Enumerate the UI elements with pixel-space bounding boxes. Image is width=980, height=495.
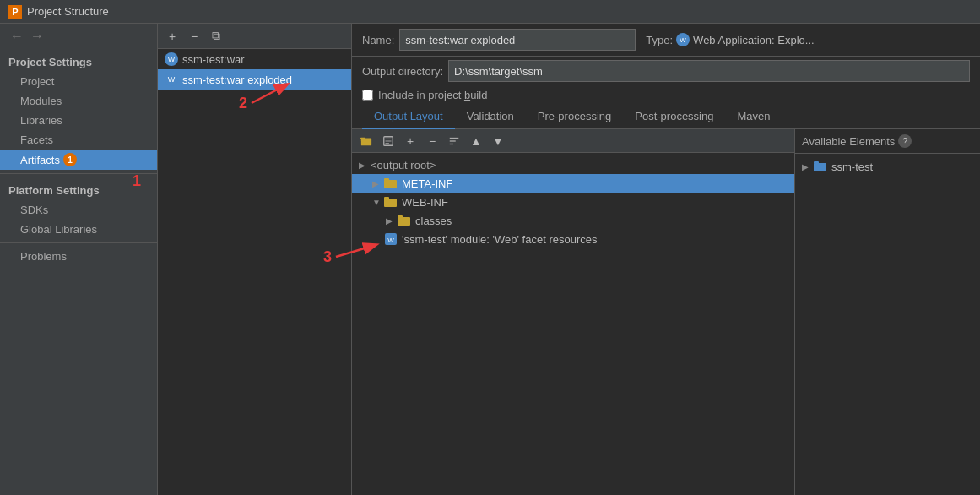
avail-item-ssm-test[interactable]: ▶ ssm-test — [795, 157, 980, 176]
output-dir-input[interactable] — [448, 60, 970, 82]
tab-pre-processing[interactable]: Pre-processing — [526, 105, 623, 129]
output-dir-row: Output directory: — [352, 57, 980, 85]
output-dir-label: Output directory: — [362, 65, 443, 78]
artifact-item-ssm-war[interactable]: W ssm-test:war — [158, 49, 351, 69]
remove-artifact-button[interactable]: − — [185, 27, 203, 46]
sidebar-divider — [0, 173, 157, 174]
sidebar-item-modules[interactable]: Modules — [0, 91, 157, 111]
artifact-item-label: ssm-test:war — [182, 53, 245, 66]
avail-arrow-ssm: ▶ — [802, 162, 814, 171]
sidebar-item-global-libraries[interactable]: Global Libraries — [0, 220, 157, 239]
sidebar-item-libraries[interactable]: Libraries — [0, 111, 157, 130]
sidebar-item-problems[interactable]: Problems — [0, 247, 157, 266]
folder-icon-meta-inf — [384, 177, 398, 190]
available-header-label: Available Elements — [802, 135, 895, 148]
web-inf-label: WEB-INF — [402, 196, 448, 209]
sidebar-item-label: Global Libraries — [20, 223, 97, 236]
tab-output-layout[interactable]: Output Layout — [362, 105, 455, 129]
module-folder-icon — [814, 160, 827, 173]
artifact-item-ssm-war-exploded[interactable]: W ssm-test:war exploded — [158, 69, 351, 90]
sidebar-item-label: Libraries — [20, 114, 62, 127]
move-up-button[interactable]: ▲ — [467, 132, 485, 150]
artifact-badge: 1 — [63, 153, 77, 166]
svg-rect-11 — [384, 178, 389, 181]
type-value: Web Application: Explo... — [693, 34, 815, 46]
tree-item-classes[interactable]: ▶ classes — [352, 211, 794, 230]
svg-rect-18 — [814, 163, 826, 171]
sidebar-item-label: Artifacts — [20, 154, 60, 166]
main-layout: ← → Project Settings Project Modules Lib… — [0, 24, 980, 495]
svg-rect-13 — [384, 197, 389, 199]
available-header: Available Elements ? — [795, 129, 980, 154]
tree-item-ssm-module[interactable]: W 'ssm-test' module: 'Web' facet resourc… — [352, 230, 794, 248]
include-build-checkbox[interactable] — [362, 90, 373, 101]
copy-artifact-button[interactable]: ⧉ — [207, 27, 225, 46]
folder-icon-classes — [398, 214, 411, 227]
avail-item-label: ssm-test — [831, 160, 873, 173]
tab-validation[interactable]: Validation — [455, 105, 526, 129]
svg-rect-10 — [384, 180, 397, 188]
type-label: Type: — [646, 34, 673, 46]
sidebar: ← → Project Settings Project Modules Lib… — [0, 24, 158, 495]
include-build-row: Include in project build — [352, 85, 980, 105]
tree-arrow-meta-inf: ▶ — [372, 179, 384, 188]
artifact-list: W ssm-test:war W ssm-test:war exploded — [158, 49, 351, 495]
tab-post-processing[interactable]: Post-processing — [623, 105, 725, 129]
artifact-item-label: ssm-test:war exploded — [182, 73, 292, 86]
tree-item-web-inf[interactable]: ▼ WEB-INF — [352, 193, 794, 211]
sidebar-item-label: Project — [20, 75, 54, 88]
output-tree: + − ▲ ▼ ▶ <output root> — [352, 129, 794, 495]
help-icon: ? — [898, 134, 912, 148]
sort-button[interactable] — [445, 132, 463, 150]
add-artifact-button[interactable]: + — [163, 27, 181, 46]
sidebar-item-artifacts[interactable]: Artifacts 1 — [0, 150, 157, 170]
svg-text:W: W — [387, 237, 394, 244]
type-field: Type: W Web Application: Explo... — [646, 33, 814, 46]
right-panel: Name: Type: W Web Application: Explo... … — [352, 24, 980, 495]
artifact-toolbar: + − ⧉ — [158, 24, 351, 49]
sidebar-item-project[interactable]: Project — [0, 72, 157, 91]
back-button[interactable]: ← — [8, 27, 25, 46]
tabs-bar: Output Layout Validation Pre-processing … — [352, 105, 980, 129]
project-settings-header: Project Settings — [0, 49, 157, 72]
name-label: Name: — [362, 34, 394, 46]
sidebar-item-label: Facets — [20, 133, 53, 146]
properties-button[interactable] — [379, 132, 398, 150]
forward-button[interactable]: → — [29, 27, 46, 46]
tree-item-meta-inf[interactable]: ▶ META-INF — [352, 174, 794, 193]
output-tree-toolbar: + − ▲ ▼ — [352, 129, 794, 153]
name-input[interactable] — [399, 29, 636, 51]
ssm-module-label: 'ssm-test' module: 'Web' facet resources — [402, 233, 598, 246]
svg-rect-15 — [398, 215, 403, 218]
meta-inf-label: META-INF — [402, 177, 452, 190]
output-tree-content: ▶ <output root> ▶ META-INF — [352, 153, 794, 495]
app-icon: P — [8, 5, 22, 19]
tree-arrow-web-inf: ▼ — [372, 198, 384, 207]
tree-item-output-root[interactable]: ▶ <output root> — [352, 156, 794, 174]
sidebar-item-label: Modules — [20, 95, 62, 107]
module-icon: W — [384, 232, 398, 246]
artifact-panel: + − ⧉ W ssm-test:war W ssm-test:war expl… — [158, 24, 352, 495]
platform-settings-header: Platform Settings — [0, 177, 157, 200]
include-build-label: Include in project build — [378, 89, 487, 101]
svg-rect-2 — [360, 137, 365, 139]
svg-rect-19 — [814, 161, 819, 164]
sidebar-divider-2 — [0, 242, 157, 243]
sidebar-item-sdks[interactable]: SDKs — [0, 200, 157, 220]
type-icon: W — [676, 33, 690, 46]
sidebar-item-facets[interactable]: Facets — [0, 130, 157, 150]
artifact-icon: W — [165, 52, 178, 66]
output-area: + − ▲ ▼ ▶ <output root> — [352, 129, 980, 495]
move-down-button[interactable]: ▼ — [489, 132, 507, 150]
available-panel: Available Elements ? ▶ ssm-test — [794, 129, 980, 495]
add-output-button[interactable]: + — [401, 132, 420, 150]
svg-rect-12 — [384, 199, 397, 207]
tab-maven[interactable]: Maven — [725, 105, 782, 129]
create-dir-button[interactable] — [357, 132, 376, 150]
artifact-icon: W — [165, 73, 178, 86]
remove-output-button[interactable]: − — [423, 132, 441, 150]
output-root-label: <output root> — [371, 159, 436, 171]
title-bar-text: Project Structure — [27, 5, 109, 18]
title-bar: P Project Structure — [0, 0, 980, 24]
svg-rect-14 — [398, 217, 410, 226]
